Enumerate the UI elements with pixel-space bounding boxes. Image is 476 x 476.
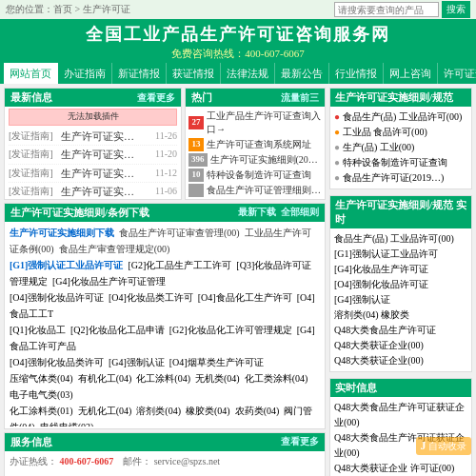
dl-coat[interactable]: 化工涂料(04) (136, 373, 190, 384)
service-more[interactable]: 查看更多 (281, 435, 319, 449)
right-bottom-header: 实时信息 (330, 379, 471, 397)
hot-item-3: 396 生产许可证实施细则(2024全套... (188, 152, 322, 168)
service-info-header: 服务信息 查看更多 (5, 433, 325, 451)
dl-o4c[interactable]: [O4]食品化工生产许可 (198, 292, 292, 303)
rq-item-7: Q48大类食品生产许可证 (334, 323, 467, 338)
hot-item-1: 27 工业产品生产许可证查询入口→ (188, 109, 322, 137)
download-latest-link[interactable]: 最新下载 (238, 206, 276, 220)
hot-rank-5 (188, 184, 204, 197)
top-news-row: 最新信息 查看更多 无法加载插件 [发证指南] 生产许可证实施细则(2024全套… (4, 88, 326, 200)
search-input[interactable] (334, 2, 439, 17)
dl-q1[interactable]: [Q1]化妆品工 (10, 325, 66, 335)
download-all-link[interactable]: 全部细则 (281, 206, 319, 220)
news-item-4: [发证指南] 生产许可证实施细则(2023)国家化... 11-06 (9, 183, 177, 200)
service-content: 办证热线： 400-607-6067 邮件： service@spzs.net (5, 451, 325, 471)
watermark-text: 自动收录 (428, 441, 466, 451)
error-notice: 无法加载插件 (9, 109, 177, 126)
latest-news-header: 最新信息 查看更多 (5, 89, 181, 107)
rq-item-6: 溶剂类(04) 橡胶类 (334, 307, 467, 323)
site-header: 全国工业产品生产许可证咨询服务网 免费咨询热线：400-607-6067 (0, 19, 476, 63)
dl-coat2[interactable]: 化工类涂料(04) (245, 373, 308, 384)
nav-new-cert[interactable]: 新证情报 (112, 63, 167, 84)
right-query-content: 食品生产(品) 工业品许可(00) [G1]强制认证工业品许可 [G4]化妆品生… (330, 228, 471, 371)
service-title: 服务信息 (10, 435, 52, 449)
watermark-icon: J (421, 439, 426, 452)
hot-rank-4: 10 (188, 169, 204, 182)
dl-ele[interactable]: 电子电气类(03) (10, 389, 73, 400)
dl-g4[interactable]: [G4]化妆品生产许可证管理 (52, 276, 166, 287)
nav-notice[interactable]: 最新公告 (275, 63, 329, 84)
news-item-3: [发证指南] 生产许可证实施细则(2023)——食... 11-12 (9, 165, 177, 184)
rh-item-2: ● 工业品 食品许可(00) (334, 125, 467, 140)
main-nav: 网站首页 办证指南 新证情报 获证情报 法律法规 最新公告 行业情报 网上咨询 … (0, 63, 476, 84)
rq-item-9: Q48大类获证企业(00) (334, 353, 467, 368)
dl-link-3[interactable]: 食品生产审查管理规定(00) (59, 244, 170, 254)
dl-o4e[interactable]: [O4]强制化妆品类许可 (10, 357, 104, 367)
rh-item-3: ● 生产(品) 工业(00) (334, 140, 467, 155)
latest-news-content: 无法加载插件 [发证指南] 生产许可证实施细则(2024全套... 11-26 … (5, 107, 181, 200)
rq-item-1: 食品生产(品) 工业品许可(00) (334, 231, 467, 247)
rh-link-1[interactable]: 食品生产(品) 工业品许可(00) (343, 111, 463, 122)
nav-law[interactable]: 法律法规 (221, 63, 275, 84)
nav-industry[interactable]: 行业情报 (329, 63, 384, 84)
download-content: 生产许可证实施细则下载 食品生产许可证审查管理(00) 工业品生产许可证条例(0… (5, 222, 325, 426)
dl-o4b[interactable]: [O4]化妆品类工许可 (109, 292, 193, 303)
dl-g4c[interactable]: [G4]强制认证 (109, 357, 165, 367)
dl-coat3[interactable]: 化工涂料类(01) (10, 406, 73, 416)
rb-item-1: Q48大类食品生产许可证获证企业(00) (334, 400, 467, 430)
rh-link-2[interactable]: 工业品 食品许可(00) (343, 127, 427, 137)
site-title: 全国工业产品生产许可证咨询服务网 (0, 23, 476, 46)
rh-item-1: ● 食品生产(品) 工业品许可(00) (334, 109, 467, 125)
dl-gas[interactable]: 压缩气体类(04) (10, 373, 73, 384)
hot-content: 27 工业产品生产许可证查询入口→ 13 生产许可证查询系统网址 396 生产许… (186, 107, 325, 200)
rq-item-5: [G4]强制认证 (334, 292, 467, 307)
dl-link[interactable]: 食品生产许可证审查管理(00) (119, 228, 240, 238)
rh-link-5[interactable]: 食品生产许可证(2019…) (343, 172, 445, 183)
download-section: 生产许可证实施细则/条例下载 最新下载 全部细则 生产许可证实施细则下载 食品生… (4, 203, 326, 429)
dl-org[interactable]: 有机化工(04) (78, 373, 132, 384)
hot-item-4: 10 特种设备制造许可证查询 (188, 168, 322, 183)
dl-o4a[interactable]: [O4]强制化妆品许可证 (10, 292, 104, 303)
dl-q2[interactable]: [Q2]化妆品化工品申请 (70, 325, 165, 335)
dl-g2[interactable]: [G2]化工品生产工工许可 (128, 260, 231, 270)
search-button[interactable]: 搜索 (442, 1, 470, 18)
nav-guide[interactable]: 办证指南 (58, 63, 112, 84)
latest-news-more[interactable]: 查看更多 (137, 91, 175, 105)
dl-inorg[interactable]: 无机类(04) (195, 373, 240, 384)
top-location: 您的位置：首页 > 生产许可证 (6, 3, 130, 16)
hot-rank-6 (188, 199, 204, 200)
nav-cert-news[interactable]: 获证情报 (167, 63, 221, 84)
dl-pest[interactable]: 农药类(04) (235, 406, 280, 416)
hot-header: 热门 流量前三 (186, 89, 325, 107)
left-column: 最新信息 查看更多 无法加载插件 [发证指南] 生产许可证实施细则(2024全套… (4, 88, 326, 476)
dl-rub[interactable]: 橡胶类(04) (186, 406, 230, 416)
news-item-1: [发证指南] 生产许可证实施细则(2024全套... 11-26 (9, 128, 177, 147)
dl-sol[interactable]: 溶剂类(04) (136, 406, 181, 416)
download-header: 生产许可证实施细则/条例下载 最新下载 全部细则 (5, 204, 325, 222)
hot-rank-1: 27 (188, 116, 204, 129)
rb-item-3: Q48大类获证企业 许可证(00) (334, 461, 467, 476)
service-email: service@spzs.net (154, 456, 220, 466)
news-item-2: [发证指南] 生产许可证实施细则(2023版)完... 11-20 (9, 146, 177, 165)
dl-cat-1[interactable]: 生产许可证实施细则下载 (10, 228, 114, 238)
nav-query[interactable]: 许可证查询 (438, 63, 476, 84)
nav-consult[interactable]: 网上咨询 (384, 63, 438, 84)
hotline: 免费咨询热线：400-607-6067 (0, 47, 476, 61)
rh-link-3[interactable]: 生产(品) 工业(00) (343, 142, 415, 152)
dl-g1[interactable]: [G1]强制认证工业品许可证 (10, 260, 123, 270)
rh-link-4[interactable]: 特种设备制造许可证查询 (343, 157, 447, 168)
latest-news-title: 最新信息 (10, 90, 52, 105)
dl-o4f[interactable]: [O4]烟草类生产许可证 (169, 357, 264, 367)
dl-inorg2[interactable]: 无机化工(04) (78, 406, 132, 416)
dl-g2b[interactable]: [G2]化妆品化工许可管理规定 (169, 325, 292, 335)
service-phone-label: 办证热线： (10, 456, 57, 466)
rq-item-3: [G4]化妆品生产许可证 (334, 262, 467, 277)
nav-home[interactable]: 网站首页 (4, 63, 58, 84)
right-hot-content: ● 食品生产(品) 工业品许可(00) ● 工业品 食品许可(00) ● 生产(… (330, 107, 471, 188)
service-email-label: 邮件： (123, 456, 151, 466)
right-column: 生产许可证实施细则/规范 ● 食品生产(品) 工业品许可(00) ● 工业品 食… (329, 88, 472, 476)
rh-item-4: ● 特种设备制造许可证查询 (334, 155, 467, 170)
hot-title: 热门 (191, 90, 212, 105)
hot-item-5: 食品生产许可证管理细则(2019… (188, 183, 322, 198)
dl-wire[interactable]: 电线电缆(03) (40, 422, 94, 426)
